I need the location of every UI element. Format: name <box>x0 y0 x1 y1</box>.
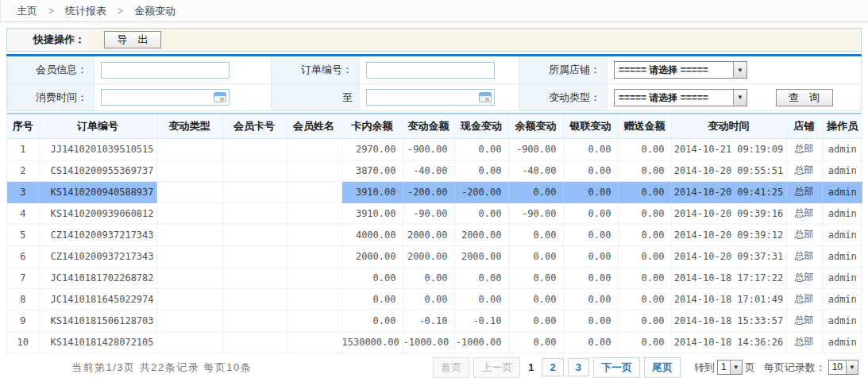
table-cell: 3910.00 <box>341 202 403 224</box>
table-cell: 2000.00 <box>403 224 454 245</box>
table-cell <box>222 160 286 181</box>
table-row[interactable]: 10KS14101814280721051530000.00-1000.00-1… <box>7 331 862 353</box>
table-cell: 0.00 <box>563 138 618 160</box>
column-header: 变动类型 <box>156 114 222 138</box>
table-cell: 10 <box>7 331 39 353</box>
table-row[interactable]: 6CZ14102009372173432000.002000.002000.00… <box>7 245 862 267</box>
table-cell: 2014-10-21 09:19:09 <box>671 138 786 160</box>
breadcrumb: 主页>统计报表>金额变动 <box>0 0 868 22</box>
column-header: 现金变动 <box>454 114 508 138</box>
table-cell <box>286 181 341 202</box>
table-row[interactable]: 1JJ14102010395105152970.00-900.000.00-90… <box>7 138 862 160</box>
table-cell: admin <box>822 202 862 224</box>
quick-operations-label: 快捷操作： <box>7 29 90 51</box>
table-cell: 2014-10-18 17:01:49 <box>671 288 786 310</box>
table-row[interactable]: 7JC14101817022687820.000.000.000.000.000… <box>7 267 862 288</box>
table-cell: 0.00 <box>454 267 508 288</box>
table-cell: 0.00 <box>508 288 563 310</box>
table-cell: 0.00 <box>508 224 563 245</box>
table-cell: 总部 <box>786 202 822 224</box>
table-cell: 0.00 <box>403 288 454 310</box>
table-cell <box>156 267 222 288</box>
table-row[interactable]: 2CS14102009553697373870.00-40.000.00-40.… <box>7 160 862 181</box>
change-type-select[interactable]: ===== 请选择 ===== ▼ <box>614 89 747 106</box>
breadcrumb-current: 金额变动 <box>134 5 176 17</box>
page-number-current[interactable]: 1 <box>524 359 538 376</box>
calendar-icon[interactable] <box>214 92 226 102</box>
table-cell: 0.00 <box>618 267 671 288</box>
per-page-label: 每页记录数： <box>764 361 826 375</box>
table-cell: 0.00 <box>618 224 671 245</box>
dropdown-arrow-icon[interactable]: ▼ <box>730 361 742 374</box>
table-cell <box>286 245 341 267</box>
goto-page-select[interactable]: 1 ▼ <box>717 360 743 375</box>
table-cell: 0.00 <box>563 202 618 224</box>
table-cell: 总部 <box>786 331 822 353</box>
per-page-value: 10 <box>829 361 846 374</box>
table-row[interactable]: 3KS14102009405889373910.00-200.00-200.00… <box>7 181 862 202</box>
table-cell <box>222 331 286 353</box>
table-cell: JJ1410201039510515 <box>39 138 156 160</box>
column-header: 赠送金额 <box>618 114 671 138</box>
dropdown-arrow-icon[interactable]: ▼ <box>733 62 746 78</box>
breadcrumb-reports[interactable]: 统计报表 <box>65 5 106 17</box>
table-cell: admin <box>822 267 862 288</box>
page-number-link[interactable]: 3 <box>568 358 589 376</box>
consume-time-end-input[interactable] <box>366 89 495 106</box>
table-row[interactable]: 4KS14102009390608123910.00-90.000.00-90.… <box>7 202 862 224</box>
column-header: 余额变动 <box>508 114 563 138</box>
table-cell: 0.00 <box>563 310 618 331</box>
goto-suffix: 页 <box>745 361 755 375</box>
table-cell: KS1410181428072105 <box>39 331 156 353</box>
column-header: 银联变动 <box>563 114 618 138</box>
dropdown-arrow-icon[interactable]: ▼ <box>846 361 858 374</box>
table-cell: -200.00 <box>403 181 454 202</box>
prev-page-button[interactable]: 上一页 <box>473 357 520 378</box>
table-cell: 0.00 <box>618 310 671 331</box>
table-cell: 总部 <box>786 224 822 245</box>
shop-select[interactable]: ===== 请选择 ===== ▼ <box>614 61 747 79</box>
table-row[interactable]: 9KS14101815061287030.00-0.10-0.100.000.0… <box>7 310 862 331</box>
first-page-button[interactable]: 首页 <box>433 357 469 378</box>
table-cell: 0.00 <box>508 245 563 267</box>
table-cell: 2000.00 <box>454 224 508 245</box>
page-number-link[interactable]: 2 <box>542 358 563 376</box>
page-numbers: 123 <box>524 358 589 376</box>
column-header: 店铺 <box>786 114 822 138</box>
table-cell <box>156 202 222 224</box>
table-cell <box>156 331 222 353</box>
table-cell: 0.00 <box>563 160 618 181</box>
search-button[interactable]: 查 询 <box>776 89 833 106</box>
table-cell: -40.00 <box>403 160 454 181</box>
change-type-select-value: ===== 请选择 ===== <box>615 90 733 106</box>
order-no-label: 订单编号： <box>271 56 360 83</box>
order-no-input[interactable] <box>366 62 495 79</box>
table-row[interactable]: 5CZ14102009372173434000.002000.002000.00… <box>7 224 862 245</box>
calendar-icon[interactable] <box>479 92 492 102</box>
table-cell: admin <box>822 245 862 267</box>
export-button[interactable]: 导 出 <box>104 31 161 48</box>
last-page-button[interactable]: 尾页 <box>644 357 681 378</box>
table-cell: 总部 <box>786 310 822 331</box>
table-cell: 2014-10-20 09:41:25 <box>671 181 786 202</box>
table-cell: CZ1410200937217343 <box>39 224 156 245</box>
per-page-select[interactable]: 10 ▼ <box>828 360 858 375</box>
next-page-button[interactable]: 下一页 <box>593 357 640 378</box>
member-info-label: 会员信息： <box>7 56 95 83</box>
breadcrumb-separator: > <box>118 6 123 17</box>
consume-time-start-input[interactable] <box>101 89 230 106</box>
table-cell: admin <box>822 310 862 331</box>
table-cell <box>156 288 222 310</box>
table-header-row: 序号订单编号变动类型会员卡号会员姓名卡内余额变动金额现金变动余额变动银联变动赠送… <box>7 114 862 138</box>
table-cell: 2014-10-20 09:39:16 <box>671 202 786 224</box>
table-cell <box>286 331 341 353</box>
dropdown-arrow-icon[interactable]: ▼ <box>733 90 746 106</box>
table-cell: CS1410200955369737 <box>39 160 156 181</box>
table-cell: 2000.00 <box>403 245 454 267</box>
table-cell: 3910.00 <box>341 181 403 202</box>
shop-label: 所属店铺： <box>519 56 608 83</box>
breadcrumb-home[interactable]: 主页 <box>17 5 37 17</box>
table-cell: 8 <box>7 288 39 310</box>
table-row[interactable]: 8JC14101816450229740.000.000.000.000.000… <box>7 288 862 310</box>
member-info-input[interactable] <box>101 62 230 79</box>
